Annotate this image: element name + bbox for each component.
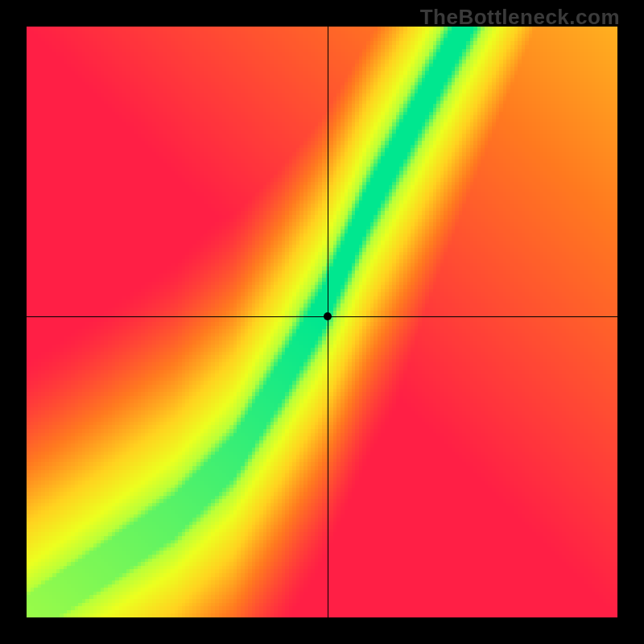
heatmap-canvas [27,27,617,617]
crosshair-horizontal [27,316,617,317]
chart-frame: TheBottleneck.com [0,0,644,644]
crosshair-vertical [328,27,328,617]
heatmap-plot [27,27,617,617]
crosshair-marker [324,312,332,320]
watermark-text: TheBottleneck.com [420,5,620,30]
